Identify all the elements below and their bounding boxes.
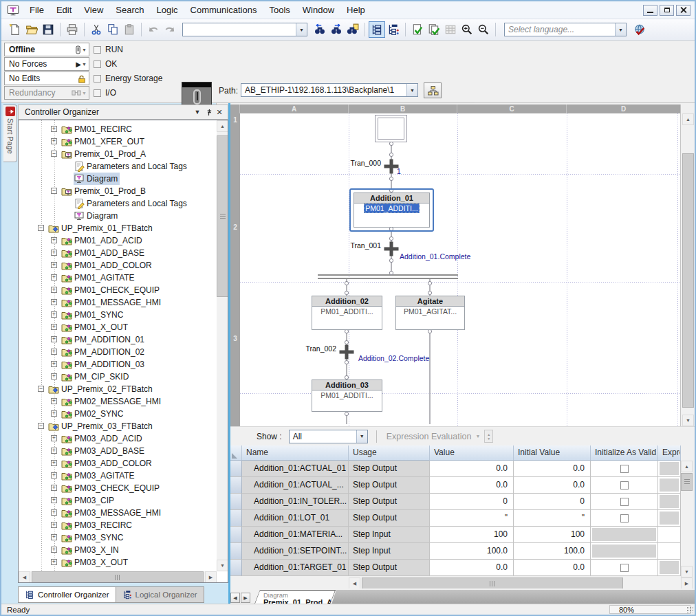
cell-name[interactable]: Addition_01:MATERIA... [242,527,349,543]
zoom-out-button[interactable] [475,21,492,38]
tree-item-pm03-agitate[interactable]: +PM03_AGITATE [19,470,216,482]
cell-value[interactable]: 0 [430,494,514,510]
forces-dropdown-icon[interactable]: ▼ [82,62,87,67]
menu-tools[interactable]: Tools [263,2,296,18]
organizer-menu-icon[interactable]: ▼ [192,107,203,118]
expand-icon[interactable]: + [51,460,57,466]
tab-logical-organizer[interactable]: Logical Organizer [116,586,204,603]
step-tag[interactable]: PM01_ADDITI... [312,307,382,316]
column-header-initial-value[interactable]: Initial Value [514,446,591,461]
scroll-down-icon[interactable]: ▼ [217,560,228,571]
cell-initialize-as-valid[interactable] [591,461,658,477]
cell-usage[interactable]: Step Input [349,543,430,560]
sfc-step-addition-01[interactable]: Addition_01 PM01_ADDITI... [354,192,430,228]
expand-icon[interactable]: + [51,311,57,318]
organizer-close-icon[interactable]: ✕ [214,107,225,118]
row-selector[interactable] [230,494,242,510]
cell-value[interactable]: 100 [430,527,514,543]
tree-item-diagram[interactable]: Diagram [19,210,216,222]
cell-usage[interactable]: Step Output [349,461,430,477]
tree-item-pm01-add-acid[interactable]: +PM01_ADD_ACID [19,234,216,247]
row-selector[interactable] [230,543,242,560]
cell-name[interactable]: Addition_01:ACTUAL_01 [242,461,349,477]
controller-mode-box[interactable]: Offline ▼ [4,43,89,56]
tree-item-pm02-message-hmi[interactable]: +PM02_MESSAGE_HMI [19,395,216,408]
cell-initialize-as-valid[interactable] [591,527,658,543]
tree-item-pm01-sync[interactable]: +PM01_SYNC [19,309,216,321]
transition-condition[interactable]: Addition_02.Complete [358,354,429,362]
menu-help[interactable]: Help [340,2,371,18]
cut-button[interactable] [88,21,105,38]
initialize-valid-checkbox[interactable] [620,498,629,506]
cell-usage[interactable]: Step Input [349,527,430,543]
tree-item-pm03-recirc[interactable]: +PM03_RECIRC [19,519,216,531]
menu-file[interactable]: File [23,2,50,18]
row-selector[interactable] [230,560,242,576]
expand-icon[interactable]: + [51,250,57,256]
step-tag[interactable]: PM01_AGITAT... [396,307,464,316]
print-button[interactable] [64,21,80,38]
tree-item-premix-01-prod-b[interactable]: −Premix_01_Prod_B [19,185,216,197]
tree-item-pm-addition-01[interactable]: +PM_ADDITION_01 [19,333,216,346]
find-in-files-button[interactable] [345,21,361,38]
cell-value[interactable]: " [430,510,514,527]
cell-usage[interactable]: Step Output [349,494,430,510]
tree-item-pm-addition-02[interactable]: +PM_ADDITION_02 [19,346,216,358]
tree-item-up-premix-02-ftbatch[interactable]: −UP_Premix_02_FTBatch [19,383,216,395]
cell-initialize-as-valid[interactable] [591,543,658,560]
tree-item-pm01-recirc[interactable]: +PM01_RECIRC [19,123,216,135]
tab-start-page[interactable]: Start Page [3,104,17,162]
collapse-icon[interactable]: − [51,188,57,194]
sfc-step-addition-02[interactable]: Addition_02 PM01_ADDITI... [312,296,382,330]
forces-status-box[interactable]: No Forces ▶▼ [4,57,89,71]
collapse-icon[interactable]: − [51,151,57,157]
scroll-down-icon[interactable]: ▼ [682,415,694,426]
cell-initial-value[interactable]: 0.0 [514,461,591,477]
expand-icon[interactable]: + [51,497,57,503]
cell-expression[interactable] [658,560,681,576]
tree-item-pm03-add-acid[interactable]: +PM03_ADD_ACID [19,432,216,445]
save-button[interactable] [40,21,56,38]
tree-item-pm03-add-base[interactable]: +PM03_ADD_BASE [19,445,216,457]
tree-item-parameters-and-local-tags[interactable]: Parameters and Local Tags [19,160,216,173]
cell-usage[interactable]: Step Output [349,477,430,494]
diagram-vscroll-thumb[interactable] [682,153,694,408]
organizer-toggle-button[interactable] [369,21,385,38]
row-selector[interactable] [230,527,242,543]
expand-icon[interactable]: + [51,138,57,144]
transition-tran-001[interactable]: Tran_001 [331,241,381,250]
expand-icon[interactable]: + [51,361,57,367]
tree-item-pm01-add-base[interactable]: +PM01_ADD_BASE [19,247,216,259]
initialize-valid-checkbox[interactable] [620,514,629,522]
cell-initial-value[interactable]: 0 [514,494,591,510]
row-selector[interactable] [230,510,242,527]
tree-item-pm03-sync[interactable]: +PM03_SYNC [19,531,216,544]
tree-item-pm01-agitate[interactable]: +PM01_AGITATE [19,272,216,284]
scroll-up-icon[interactable]: ▲ [682,113,694,125]
collapse-icon[interactable]: − [38,423,44,429]
cell-usage[interactable]: Step Output [349,560,430,576]
cell-value[interactable]: 0.0 [430,461,514,477]
tree-item-diagram[interactable]: Diagram [19,173,216,185]
cell-initialize-as-valid[interactable] [591,494,658,510]
initialize-valid-checkbox[interactable] [620,564,629,572]
menu-view[interactable]: View [78,2,109,18]
expand-icon[interactable]: + [51,509,57,516]
cell-expression[interactable] [658,477,681,494]
cell-expression[interactable] [658,543,681,560]
tree-item-pm01-x-out[interactable]: +PM01_X_OUT [19,321,216,333]
expand-icon[interactable]: + [51,435,57,441]
language-dropdown-icon[interactable]: ▼ [615,23,626,36]
cell-name[interactable]: Addition_01:ACTUAL_... [242,477,349,494]
expand-icon[interactable]: + [51,559,57,565]
initialize-valid-checkbox[interactable] [620,481,629,490]
workspace-tab-scroll-right[interactable]: ▶ [241,593,250,603]
minimize-button[interactable] [643,5,657,16]
expand-icon[interactable]: + [51,547,57,553]
scroll-left-icon[interactable]: ◀ [349,578,360,589]
new-button[interactable] [7,21,23,38]
row-selector[interactable] [230,477,242,494]
initialize-valid-checkbox[interactable] [620,465,629,473]
tree-hscroll-thumb[interactable] [32,571,204,583]
column-header-initialize-as-valid[interactable]: Initialize As Valid [591,446,658,461]
